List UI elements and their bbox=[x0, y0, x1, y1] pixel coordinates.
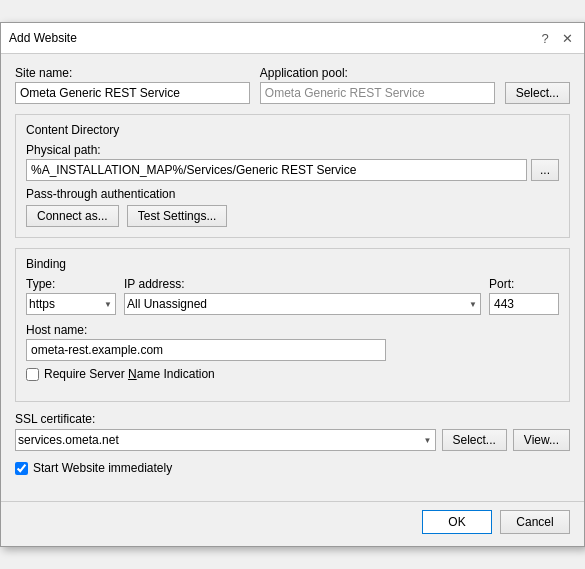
add-website-dialog: Add Website ? ✕ Site name: Application p… bbox=[0, 22, 585, 547]
ssl-select-button[interactable]: Select... bbox=[442, 429, 507, 451]
start-website-checkbox[interactable] bbox=[15, 462, 28, 475]
physical-path-row: ... bbox=[26, 159, 559, 181]
ssl-row: services.ometa.net ▼ Select... View... bbox=[15, 429, 570, 451]
type-select[interactable]: https http bbox=[26, 293, 116, 315]
type-select-wrapper: https http ▼ bbox=[26, 293, 116, 315]
browse-button[interactable]: ... bbox=[531, 159, 559, 181]
content-directory-title: Content Directory bbox=[26, 123, 559, 137]
ssl-section: SSL certificate: services.ometa.net ▼ Se… bbox=[15, 412, 570, 451]
cancel-button[interactable]: Cancel bbox=[500, 510, 570, 534]
port-input[interactable] bbox=[489, 293, 559, 315]
app-pool-input[interactable] bbox=[260, 82, 495, 104]
ip-group: IP address: All Unassigned ▼ bbox=[124, 277, 481, 315]
physical-path-label: Physical path: bbox=[26, 143, 559, 157]
require-sni-label: Require Server Name Indication bbox=[44, 367, 215, 381]
content-directory-section: Content Directory Physical path: ... Pas… bbox=[15, 114, 570, 238]
title-bar: Add Website ? ✕ bbox=[1, 23, 584, 54]
ssl-select-wrapper: services.ometa.net ▼ bbox=[15, 429, 436, 451]
physical-path-group: Physical path: ... bbox=[26, 143, 559, 181]
binding-section: Binding Type: https http ▼ IP address: bbox=[15, 248, 570, 402]
host-name-group: Host name: bbox=[26, 323, 559, 361]
site-name-input[interactable] bbox=[15, 82, 250, 104]
dialog-content: Site name: Application pool: Select... C… bbox=[1, 54, 584, 501]
title-bar-icons: ? ✕ bbox=[536, 29, 576, 47]
ip-select-wrapper: All Unassigned ▼ bbox=[124, 293, 481, 315]
pass-through-buttons: Connect as... Test Settings... bbox=[26, 205, 559, 227]
dialog-footer: OK Cancel bbox=[1, 501, 584, 546]
start-website-row: Start Website immediately bbox=[15, 461, 570, 475]
port-label: Port: bbox=[489, 277, 559, 291]
help-icon[interactable]: ? bbox=[536, 29, 554, 47]
ip-select[interactable]: All Unassigned bbox=[124, 293, 481, 315]
app-pool-group: Application pool: bbox=[260, 66, 495, 104]
host-name-label: Host name: bbox=[26, 323, 559, 337]
physical-path-input[interactable] bbox=[26, 159, 527, 181]
ssl-label: SSL certificate: bbox=[15, 412, 570, 426]
connect-as-button[interactable]: Connect as... bbox=[26, 205, 119, 227]
close-icon[interactable]: ✕ bbox=[558, 29, 576, 47]
site-name-label: Site name: bbox=[15, 66, 250, 80]
ok-button[interactable]: OK bbox=[422, 510, 492, 534]
require-sni-checkbox[interactable] bbox=[26, 368, 39, 381]
start-website-label: Start Website immediately bbox=[33, 461, 172, 475]
binding-fields-row: Type: https http ▼ IP address: All Un bbox=[26, 277, 559, 315]
type-group: Type: https http ▼ bbox=[26, 277, 116, 315]
port-group: Port: bbox=[489, 277, 559, 315]
test-settings-button[interactable]: Test Settings... bbox=[127, 205, 228, 227]
ip-label: IP address: bbox=[124, 277, 481, 291]
site-name-group: Site name: bbox=[15, 66, 250, 104]
dialog-title: Add Website bbox=[9, 31, 77, 45]
app-pool-label: Application pool: bbox=[260, 66, 495, 80]
select-app-pool-button[interactable]: Select... bbox=[505, 82, 570, 104]
top-fields-row: Site name: Application pool: Select... bbox=[15, 66, 570, 104]
host-name-input[interactable] bbox=[26, 339, 386, 361]
ssl-select[interactable]: services.ometa.net bbox=[15, 429, 436, 451]
pass-through-label: Pass-through authentication bbox=[26, 187, 559, 201]
require-sni-row: Require Server Name Indication bbox=[26, 367, 559, 381]
ssl-view-button[interactable]: View... bbox=[513, 429, 570, 451]
binding-title: Binding bbox=[26, 257, 559, 271]
type-label: Type: bbox=[26, 277, 116, 291]
